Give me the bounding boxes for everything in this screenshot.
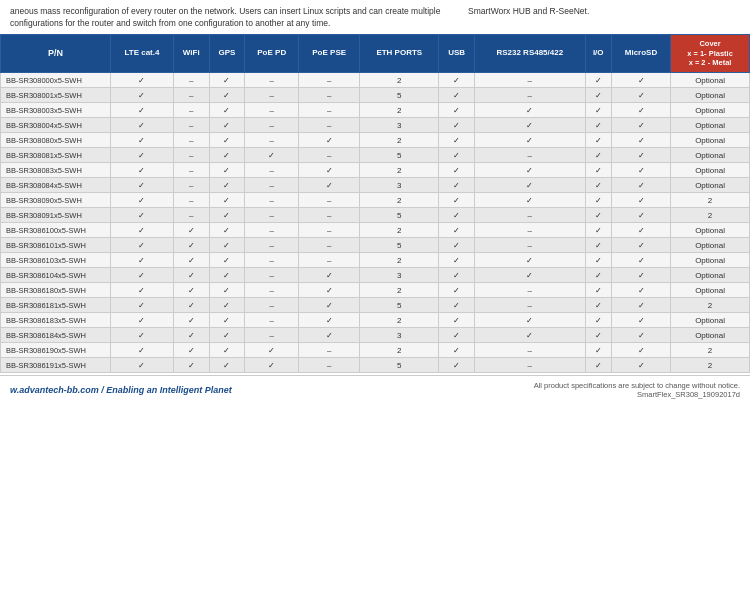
cell-pn: BB-SR3086104x5-SWH: [1, 268, 111, 283]
cell-usb: ✓: [439, 343, 475, 358]
cell-lte: ✓: [111, 343, 174, 358]
cell-wifi: –: [173, 88, 209, 103]
cell-rs232: –: [475, 148, 585, 163]
col-header-usb: USB: [439, 34, 475, 72]
cell-lte: ✓: [111, 88, 174, 103]
cell-gps: ✓: [209, 298, 245, 313]
col-header-cover: Coverx = 1- Plasticx = 2 - Metal: [671, 34, 750, 72]
cell-cover: 2: [671, 358, 750, 373]
cell-rs232: ✓: [475, 193, 585, 208]
cell-gps: ✓: [209, 238, 245, 253]
cell-pn: BB-SR308004x5-SWH: [1, 118, 111, 133]
cell-poe_pd: –: [245, 208, 299, 223]
cell-poe_pse: –: [299, 88, 360, 103]
cell-cover: Optional: [671, 283, 750, 298]
cell-eth_ports: 2: [360, 283, 439, 298]
cell-pn: BB-SR3086190x5-SWH: [1, 343, 111, 358]
table-row: BB-SR3086181x5-SWH✓✓✓–✓5✓–✓✓2: [1, 298, 750, 313]
cell-usb: ✓: [439, 118, 475, 133]
cell-usb: ✓: [439, 358, 475, 373]
cell-io: ✓: [585, 118, 611, 133]
footer-site: w.advantech-bb.com: [10, 385, 99, 395]
cell-eth_ports: 2: [360, 343, 439, 358]
cell-cover: Optional: [671, 103, 750, 118]
cell-lte: ✓: [111, 358, 174, 373]
cell-usb: ✓: [439, 313, 475, 328]
table-row: BB-SR308083x5-SWH✓–✓–✓2✓✓✓✓Optional: [1, 163, 750, 178]
cell-io: ✓: [585, 88, 611, 103]
cell-io: ✓: [585, 238, 611, 253]
cell-rs232: –: [475, 208, 585, 223]
cell-lte: ✓: [111, 298, 174, 313]
cell-gps: ✓: [209, 358, 245, 373]
cell-wifi: –: [173, 163, 209, 178]
cell-lte: ✓: [111, 103, 174, 118]
cell-microsd: ✓: [611, 343, 670, 358]
col-header-pn: P/N: [1, 34, 111, 72]
cell-poe_pse: –: [299, 73, 360, 88]
cell-rs232: ✓: [475, 118, 585, 133]
cell-wifi: ✓: [173, 268, 209, 283]
cell-wifi: ✓: [173, 343, 209, 358]
cell-io: ✓: [585, 208, 611, 223]
cell-gps: ✓: [209, 163, 245, 178]
cell-poe_pse: –: [299, 253, 360, 268]
col-header-lte: LTE cat.4: [111, 34, 174, 72]
cell-lte: ✓: [111, 313, 174, 328]
cell-pn: BB-SR308084x5-SWH: [1, 178, 111, 193]
cell-usb: ✓: [439, 283, 475, 298]
cell-pn: BB-SR308001x5-SWH: [1, 88, 111, 103]
cell-usb: ✓: [439, 268, 475, 283]
cell-poe_pse: –: [299, 193, 360, 208]
top-section: aneous mass reconfiguration of every rou…: [0, 0, 750, 34]
cell-rs232: –: [475, 223, 585, 238]
cell-microsd: ✓: [611, 223, 670, 238]
cell-cover: 2: [671, 208, 750, 223]
cell-lte: ✓: [111, 178, 174, 193]
cell-cover: Optional: [671, 163, 750, 178]
cell-usb: ✓: [439, 103, 475, 118]
cell-usb: ✓: [439, 208, 475, 223]
cell-io: ✓: [585, 223, 611, 238]
footer-note: All product specifications are subject t…: [534, 381, 740, 390]
footer-slogan: / Enabling an Intelligent Planet: [99, 385, 232, 395]
cell-rs232: –: [475, 283, 585, 298]
cell-poe_pd: –: [245, 193, 299, 208]
cell-rs232: ✓: [475, 313, 585, 328]
cell-usb: ✓: [439, 148, 475, 163]
cell-poe_pse: ✓: [299, 268, 360, 283]
col-header-rs232: RS232 RS485/422: [475, 34, 585, 72]
cell-microsd: ✓: [611, 208, 670, 223]
cell-cover: Optional: [671, 178, 750, 193]
cell-io: ✓: [585, 253, 611, 268]
cell-pn: BB-SR3086183x5-SWH: [1, 313, 111, 328]
top-text-left: aneous mass reconfiguration of every rou…: [10, 6, 448, 30]
cell-gps: ✓: [209, 178, 245, 193]
cell-lte: ✓: [111, 238, 174, 253]
cell-io: ✓: [585, 268, 611, 283]
cell-gps: ✓: [209, 283, 245, 298]
cell-io: ✓: [585, 283, 611, 298]
cell-wifi: ✓: [173, 328, 209, 343]
top-text-content: aneous mass reconfiguration of every rou…: [10, 6, 440, 28]
cell-microsd: ✓: [611, 193, 670, 208]
cell-poe_pd: –: [245, 178, 299, 193]
table-row: BB-SR308001x5-SWH✓–✓––5✓–✓✓Optional: [1, 88, 750, 103]
cell-wifi: –: [173, 118, 209, 133]
cell-io: ✓: [585, 358, 611, 373]
table-row: BB-SR308004x5-SWH✓–✓––3✓✓✓✓Optional: [1, 118, 750, 133]
cell-cover: 2: [671, 193, 750, 208]
cell-eth_ports: 2: [360, 193, 439, 208]
cell-poe_pd: –: [245, 73, 299, 88]
cell-gps: ✓: [209, 268, 245, 283]
cell-rs232: ✓: [475, 103, 585, 118]
cell-usb: ✓: [439, 253, 475, 268]
cell-microsd: ✓: [611, 148, 670, 163]
cell-cover: Optional: [671, 238, 750, 253]
cell-rs232: ✓: [475, 178, 585, 193]
cell-poe_pd: –: [245, 88, 299, 103]
cell-usb: ✓: [439, 73, 475, 88]
cell-poe_pd: –: [245, 313, 299, 328]
cell-poe_pse: ✓: [299, 313, 360, 328]
table-row: BB-SR308080x5-SWH✓–✓–✓2✓✓✓✓Optional: [1, 133, 750, 148]
